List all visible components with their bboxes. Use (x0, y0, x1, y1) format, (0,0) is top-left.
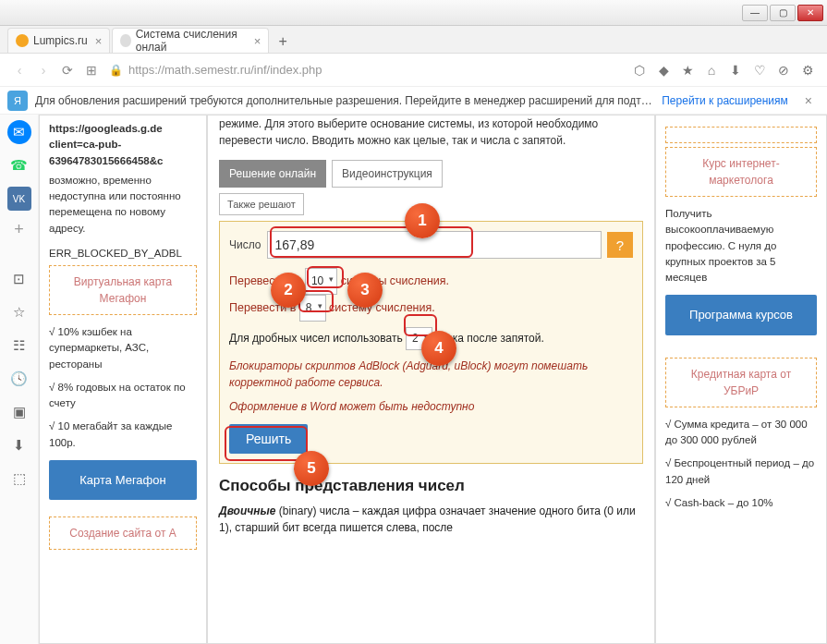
ext-icon-3[interactable]: ★ (675, 58, 699, 82)
url-text: https://math.semestr.ru/inf/index.php (128, 63, 322, 77)
tab-video[interactable]: Видеоинструкция (332, 160, 443, 188)
from-base-select[interactable]: 10 (305, 268, 337, 295)
tab-lumpics[interactable]: Lumpics.ru × (7, 28, 110, 53)
tab-also-solve[interactable]: Также решают (219, 193, 304, 215)
left-ad-column: https://googleads.g.de client=ca-pub- 63… (39, 115, 207, 644)
help-button[interactable]: ? (607, 232, 633, 258)
ad-url-2: client=ca-pub- (49, 137, 197, 152)
sidebar-news-icon[interactable]: ☷ (7, 334, 31, 358)
sidebar-bookmark-icon[interactable]: ☆ (7, 300, 31, 324)
sidebar-screenshot-icon[interactable]: ▣ (7, 400, 31, 424)
sidebar-download-icon[interactable]: ⬇ (7, 433, 31, 457)
ad-credit-bullet-2: √ Беспроцентный период – до 120 дней (665, 456, 817, 488)
ad-bullet-2: √ 8% годовых на остаток по счету (49, 380, 197, 412)
ad-course-button[interactable]: Программа курсов (665, 295, 817, 335)
tab-solution-online[interactable]: Решение онлайн (219, 160, 326, 188)
tab-label: Система счисления онлай (136, 28, 247, 54)
ad-credit-bullet-3: √ Cash-back – до 10% (665, 495, 817, 511)
nav-forward-button[interactable]: › (31, 58, 55, 82)
ext-icon-6[interactable]: ♡ (748, 58, 772, 82)
page-content: https://googleads.g.de client=ca-pub- 63… (39, 115, 827, 644)
tab-label: Lumpics.ru (33, 34, 88, 47)
ad-url-3: 63964783015666458&c (49, 153, 197, 169)
ext-notice-link[interactable]: Перейти к расширениям (652, 94, 797, 107)
sidebar-speed-icon[interactable]: ⊡ (7, 267, 31, 291)
sidebar-messenger-icon[interactable]: ✉ (7, 120, 31, 144)
address-bar: ‹ › ⟳ ⊞ 🔒 https://math.semestr.ru/inf/in… (0, 54, 827, 87)
ad-error-text: возможно, временно недоступна или постоя… (49, 173, 197, 237)
lock-icon: 🔒 (109, 64, 123, 77)
ad-box-course-title[interactable]: Курс интернет-маркетолога (665, 147, 817, 197)
ext-icon-4[interactable]: ⌂ (699, 58, 724, 82)
ext-notice-icon: Я (7, 91, 28, 111)
right-ad-column: Курс интернет-маркетолога Получить высок… (655, 115, 827, 644)
tab-semestr[interactable]: Система счисления онлай × (112, 28, 269, 53)
page-main: ✉ ☎ VK + ⊡ ☆ ☷ 🕓 ▣ ⬇ ⬚ https://googleads… (0, 115, 827, 644)
ad-box-site-title[interactable]: Создание сайта от А (49, 516, 197, 550)
window-titlebar: — ▢ ✕ (0, 0, 827, 26)
speed-dial-button[interactable]: ⊞ (79, 58, 103, 82)
to-base-select[interactable]: 8 (299, 295, 326, 322)
nav-back-button[interactable]: ‹ (7, 58, 31, 82)
ext-icon-1[interactable]: ⬡ (627, 58, 651, 82)
ad-box-megafon-title[interactable]: Виртуальная карта Мегафон (49, 265, 197, 315)
ad-error-code: ERR_BLOCKED_BY_ADBL (49, 246, 197, 261)
number-input[interactable]: 167,89 (267, 231, 602, 259)
intro-text: режиме. Для этого выберите основание сис… (219, 115, 643, 149)
ext-icon-7[interactable]: ⊘ (772, 58, 796, 82)
window-close-button[interactable]: ✕ (797, 5, 823, 21)
ad-bullet-1: √ 10% кэшбек на супермаркеты, АЗС, ресто… (49, 324, 197, 372)
tab-favicon-1 (16, 34, 29, 47)
tab-close-icon[interactable]: × (95, 34, 103, 48)
sidebar-history-icon[interactable]: 🕓 (7, 367, 31, 391)
calculator-box: Число 167,89 ? Перевести из 10 системы с… (219, 221, 643, 464)
tab-close-icon[interactable]: × (254, 34, 261, 48)
center-column: режиме. Для этого выберите основание сис… (207, 115, 655, 644)
fraction-line: Для дробных чисел использовать 2 знака п… (229, 327, 633, 350)
url-field[interactable]: 🔒 https://math.semestr.ru/inf/index.php (103, 63, 627, 77)
ad-box-credit-title[interactable]: Кредитная карта от УБРиР (665, 358, 817, 407)
addressbar-icons: ⬡ ◆ ★ ⌂ ⬇ ♡ ⊘ ⚙ (627, 58, 820, 82)
number-label: Число (229, 238, 261, 251)
new-tab-button[interactable]: + (271, 30, 295, 53)
fraction-digits-select[interactable]: 2 (406, 327, 432, 350)
opera-sidebar: ✉ ☎ VK + ⊡ ☆ ☷ 🕓 ▣ ⬇ ⬚ (0, 115, 39, 644)
tab-favicon-2 (120, 34, 130, 47)
to-line: Перевести в 8 систему счисления. (229, 295, 633, 322)
ad-bullet-3: √ 10 мегабайт за каждые 100р. (49, 419, 197, 451)
window-maximize-button[interactable]: ▢ (770, 5, 796, 21)
section-heading: Способы представления чисел (219, 477, 643, 495)
adblock-warning-2: Оформление в Word может быть недоступно (229, 398, 633, 415)
solution-tabs: Решение онлайн Видеоинструкция (219, 160, 643, 188)
ext-notice-text: Для обновления расширений требуются допо… (35, 94, 652, 107)
ext-notice-close[interactable]: × (797, 93, 820, 108)
window-minimize-button[interactable]: — (742, 5, 768, 21)
browser-tabbar: Lumpics.ru × Система счисления онлай × + (0, 26, 827, 54)
solve-button[interactable]: Решить (229, 424, 308, 454)
ad-credit-bullet-1: √ Сумма кредита – от 30 000 до 300 000 р… (665, 417, 817, 449)
sidebar-extension-icon[interactable]: ⬚ (7, 467, 31, 491)
extension-notice-bar: Я Для обновления расширений требуются до… (0, 87, 827, 115)
from-line: Перевести из 10 системы счисления. (229, 268, 633, 295)
ext-icon-5[interactable]: ⬇ (724, 58, 748, 82)
sidebar-add-button[interactable]: + (14, 220, 24, 239)
section-body: Двоичные (binary) числа – каждая цифра о… (219, 503, 643, 536)
ad-placeholder (665, 127, 817, 143)
nav-reload-button[interactable]: ⟳ (55, 58, 79, 82)
sidebar-whatsapp-icon[interactable]: ☎ (7, 153, 31, 177)
ext-icon-8[interactable]: ⚙ (796, 58, 820, 82)
adblock-warning-1: Блокираторы скриптов AdBlock (Adguard, u… (229, 358, 633, 391)
ad-course-text: Получить высокооплачиваемую профессию. С… (665, 206, 817, 286)
sidebar-vk-icon[interactable]: VK (7, 187, 31, 211)
ext-icon-2[interactable]: ◆ (651, 58, 675, 82)
ad-megafon-button[interactable]: Карта Мегафон (49, 460, 197, 501)
ad-url-1: https://googleads.g.de (49, 121, 197, 137)
